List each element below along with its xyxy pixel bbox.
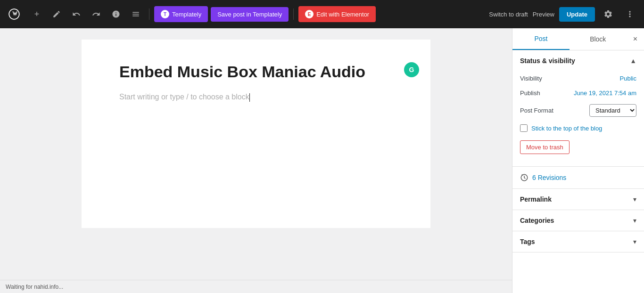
categories-chevron: ▾ — [633, 217, 636, 224]
undo-button[interactable] — [68, 6, 85, 23]
permalink-title: Permalink — [520, 195, 552, 203]
add-block-button[interactable]: + — [28, 6, 45, 23]
templately-button[interactable]: T Templately — [154, 6, 208, 22]
sidebar-tabs: Post Block × — [512, 28, 644, 50]
settings-button[interactable] — [600, 6, 617, 23]
editor-area: G Embed Music Box Maniac Audio Start wri… — [0, 28, 512, 293]
toolbar-separator-2 — [293, 8, 294, 20]
visibility-value[interactable]: Public — [620, 75, 636, 82]
stick-to-top-row: Stick to the top of the blog — [520, 121, 636, 136]
post-format-label: Post Format — [520, 107, 553, 114]
status-text: Waiting for nahid.info... — [6, 284, 63, 290]
post-format-row: Post Format Standard Aside Image Video Q… — [520, 100, 636, 121]
stick-to-top-checkbox[interactable] — [520, 124, 528, 132]
permalink-chevron: ▾ — [633, 195, 636, 203]
toolbar-right: Switch to draft Preview Update — [489, 6, 638, 23]
toolbar: + T Templately Save post in Templately E… — [0, 0, 644, 28]
visibility-row: Visibility Public — [520, 71, 636, 86]
status-visibility-content: Visibility Public Publish June 19, 2021 … — [512, 71, 644, 166]
text-cursor — [249, 93, 250, 102]
elementor-button[interactable]: E Edit with Elementor — [298, 6, 376, 22]
post-placeholder[interactable]: Start writing or type / to choose a bloc… — [119, 93, 393, 102]
sidebar: Post Block × Status & visibility ▲ Visib… — [512, 28, 644, 293]
post-format-select[interactable]: Standard Aside Image Video Quote Link Ga… — [589, 104, 636, 117]
visibility-label: Visibility — [520, 75, 542, 82]
save-templately-button[interactable]: Save post in Templately — [211, 7, 289, 22]
stick-to-top-label: Stick to the top of the blog — [531, 125, 602, 132]
editor-canvas: G Embed Music Box Maniac Audio Start wri… — [82, 40, 430, 228]
trash-row: Move to trash — [520, 136, 636, 159]
publish-label: Publish — [520, 90, 540, 97]
sidebar-close-button[interactable]: × — [627, 28, 644, 50]
update-button[interactable]: Update — [559, 7, 595, 22]
tags-chevron: ▾ — [633, 238, 636, 245]
revisions-label: 6 Revisions — [532, 174, 566, 181]
tab-post[interactable]: Post — [512, 28, 570, 50]
publish-value[interactable]: June 19, 2021 7:54 am — [574, 90, 636, 97]
more-options-button[interactable] — [621, 6, 638, 23]
wp-logo — [6, 6, 23, 23]
tags-title: Tags — [520, 238, 535, 245]
tools-button[interactable] — [127, 6, 144, 23]
status-visibility-chevron: ▲ — [630, 57, 636, 65]
main-layout: G Embed Music Box Maniac Audio Start wri… — [0, 28, 644, 293]
post-title[interactable]: Embed Music Box Maniac Audio — [119, 62, 393, 81]
tab-block[interactable]: Block — [570, 28, 627, 50]
revisions-row[interactable]: 6 Revisions — [512, 167, 644, 189]
grammarly-icon[interactable]: G — [404, 62, 419, 77]
status-visibility-title: Status & visibility — [520, 57, 575, 65]
status-bar: Waiting for nahid.info... — [0, 280, 512, 293]
revisions-icon — [520, 173, 528, 182]
publish-row: Publish June 19, 2021 7:54 am — [520, 86, 636, 100]
categories-title: Categories — [520, 217, 554, 224]
permalink-section[interactable]: Permalink ▾ — [512, 189, 644, 210]
switch-draft-button[interactable]: Switch to draft — [489, 11, 528, 18]
tags-section[interactable]: Tags ▾ — [512, 231, 644, 252]
status-visibility-header[interactable]: Status & visibility ▲ — [512, 50, 644, 71]
edit-button[interactable] — [48, 6, 65, 23]
toolbar-separator-1 — [149, 8, 149, 20]
categories-section[interactable]: Categories ▾ — [512, 210, 644, 231]
redo-button[interactable] — [88, 6, 105, 23]
move-to-trash-button[interactable]: Move to trash — [520, 140, 570, 154]
info-button[interactable] — [107, 6, 124, 23]
status-visibility-section: Status & visibility ▲ Visibility Public … — [512, 50, 644, 167]
preview-button[interactable]: Preview — [533, 11, 554, 18]
